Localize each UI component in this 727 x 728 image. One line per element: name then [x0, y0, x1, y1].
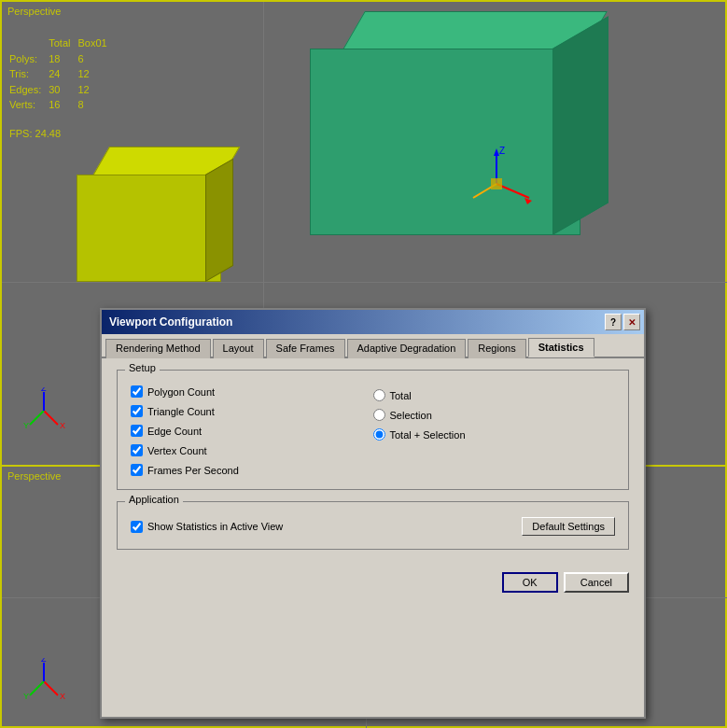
- setup-grid: Polygon Count Triangle Count Edge Count …: [131, 380, 615, 476]
- total-selection-radio-label: Total + Selection: [390, 429, 466, 441]
- vertex-count-row[interactable]: Vertex Count: [131, 444, 373, 456]
- stats-tris-box: 12: [78, 66, 115, 82]
- polygon-count-checkbox[interactable]: [131, 385, 143, 398]
- stats-header-total: Total: [49, 35, 77, 51]
- axes-indicator-bottom: X Y Z: [21, 658, 67, 707]
- dialog-title: Viewport Configuration: [105, 315, 232, 329]
- svg-line-13: [44, 681, 58, 695]
- svg-text:Z: Z: [41, 387, 47, 393]
- selection-radio-label: Selection: [390, 410, 432, 421]
- stats-edges-box: 12: [78, 82, 115, 98]
- stats-verts-box: 8: [78, 97, 115, 113]
- dialog-footer: OK Cancel: [102, 572, 644, 602]
- viewport-bottom-label: Perspective: [7, 470, 61, 482]
- fps-display: FPS: 24.48: [9, 128, 61, 139]
- box-large-side-face: [552, 16, 608, 235]
- help-button[interactable]: ?: [605, 314, 622, 330]
- setup-group-label: Setup: [125, 362, 160, 373]
- svg-text:X: X: [60, 692, 65, 701]
- total-selection-radio-row[interactable]: Total + Selection: [373, 428, 616, 441]
- tab-rendering-method[interactable]: Rendering Method: [105, 339, 211, 358]
- svg-text:Z: Z: [41, 658, 47, 664]
- svg-line-15: [30, 681, 44, 695]
- polygon-count-label: Polygon Count: [147, 386, 215, 398]
- stats-tris-label: Tris:: [9, 66, 49, 82]
- edge-count-label: Edge Count: [147, 426, 202, 437]
- triangle-count-row[interactable]: Triangle Count: [131, 405, 373, 417]
- application-group: Application Show Statistics in Active Vi…: [117, 501, 629, 550]
- setup-group: Setup Polygon Count Triangle Count Edge …: [117, 370, 629, 490]
- fps-label: FPS:: [9, 128, 32, 139]
- cancel-button[interactable]: Cancel: [564, 572, 629, 593]
- frames-per-second-row[interactable]: Frames Per Second: [131, 464, 373, 476]
- svg-marker-4: [524, 198, 532, 204]
- tab-statistics[interactable]: Statistics: [528, 338, 594, 357]
- stats-tris-total: 24: [49, 66, 77, 82]
- box-large-front-face: [310, 49, 580, 235]
- tab-layout[interactable]: Layout: [213, 339, 264, 358]
- stats-header-box01: Box01: [78, 35, 115, 51]
- transform-gizmo: Z: [459, 147, 534, 221]
- ok-button[interactable]: OK: [502, 572, 558, 593]
- close-button[interactable]: ✕: [623, 314, 640, 330]
- svg-text:Z: Z: [499, 147, 505, 156]
- dialog-titlebar: Viewport Configuration ? ✕: [102, 310, 644, 334]
- viewport-top-label: Perspective: [7, 6, 61, 17]
- stats-polys-total: 18: [49, 51, 77, 67]
- gizmo-svg: Z: [459, 147, 534, 221]
- svg-rect-6: [491, 178, 502, 189]
- viewport-configuration-dialog: Viewport Configuration ? ✕ Rendering Met…: [100, 308, 646, 719]
- show-stats-checkbox[interactable]: [131, 521, 143, 533]
- total-radio-label: Total: [390, 390, 412, 401]
- show-stats-label: Show Statistics in Active View: [147, 521, 283, 532]
- stats-edges-total: 30: [49, 82, 77, 98]
- tab-regions[interactable]: Regions: [468, 339, 525, 358]
- application-row: Show Statistics in Active View Default S…: [131, 511, 615, 536]
- svg-text:X: X: [60, 421, 65, 430]
- axes-indicator-svg: X Y Z: [21, 387, 67, 434]
- svg-text:Y: Y: [23, 692, 29, 701]
- triangle-count-label: Triangle Count: [147, 406, 215, 417]
- tab-adaptive-degradation[interactable]: Adaptive Degradation: [347, 339, 467, 358]
- setup-col-right: Total Selection Total + Selection: [373, 385, 616, 476]
- axes-indicator: X Y Z: [21, 387, 67, 437]
- stats-polys-label: Polys:: [9, 51, 49, 67]
- application-group-label: Application: [125, 494, 183, 505]
- total-radio-row[interactable]: Total: [373, 389, 616, 401]
- stats-verts-label: Verts:: [9, 97, 49, 113]
- total-radio[interactable]: [373, 389, 385, 401]
- stats-polys-box: 6: [78, 51, 115, 67]
- svg-line-7: [44, 411, 58, 425]
- edge-count-checkbox[interactable]: [131, 425, 143, 437]
- dialog-controls: ? ✕: [605, 314, 640, 330]
- fps-value: 24.48: [35, 128, 62, 139]
- vertex-count-checkbox[interactable]: [131, 444, 143, 456]
- stats-edges-label: Edges:: [9, 82, 49, 98]
- axes-bottom-svg: X Y Z: [21, 658, 67, 705]
- frames-per-second-checkbox[interactable]: [131, 464, 143, 476]
- dialog-content: Setup Polygon Count Triangle Count Edge …: [102, 358, 644, 572]
- default-settings-button[interactable]: Default Settings: [522, 517, 615, 536]
- selection-radio-row[interactable]: Selection: [373, 409, 616, 421]
- tabs-bar: Rendering Method Layout Safe Frames Adap…: [102, 334, 644, 358]
- stats-verts-total: 16: [49, 97, 77, 113]
- triangle-count-checkbox[interactable]: [131, 405, 143, 417]
- svg-line-9: [30, 411, 44, 425]
- total-selection-radio[interactable]: [373, 428, 385, 441]
- selection-radio[interactable]: [373, 409, 385, 421]
- show-stats-row[interactable]: Show Statistics in Active View: [131, 521, 283, 533]
- polygon-count-row[interactable]: Polygon Count: [131, 385, 373, 398]
- tab-safe-frames[interactable]: Safe Frames: [266, 339, 345, 358]
- setup-col-left: Polygon Count Triangle Count Edge Count …: [131, 385, 373, 476]
- stats-panel: Total Box01 Polys: 18 6 Tris: 24 12 Edge…: [9, 35, 115, 113]
- svg-text:Y: Y: [23, 421, 29, 430]
- edge-count-row[interactable]: Edge Count: [131, 425, 373, 437]
- vertex-count-label: Vertex Count: [147, 445, 207, 456]
- box-small-front-face: [77, 175, 221, 282]
- box-small-side-face: [205, 159, 233, 282]
- frames-per-second-label: Frames Per Second: [147, 465, 239, 476]
- grid-line-horizontal: [2, 282, 727, 283]
